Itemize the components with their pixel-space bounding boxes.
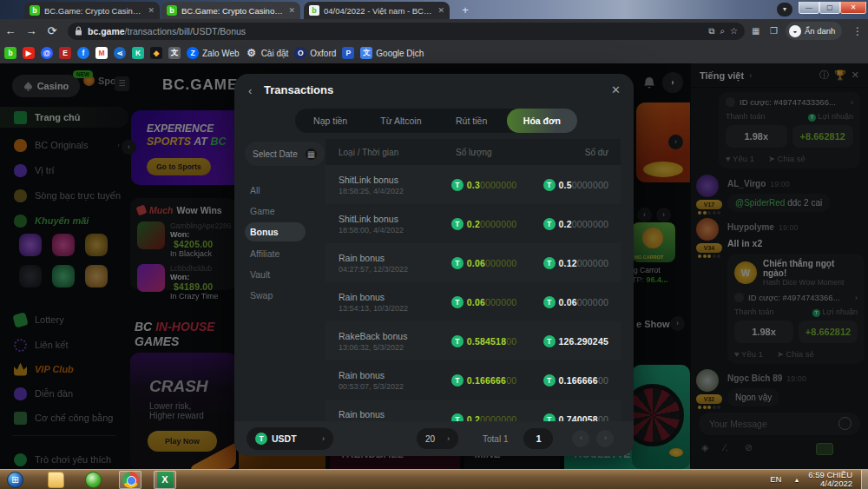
file-explorer-icon[interactable] (48, 472, 64, 488)
table-row[interactable]: Rain bonus04:27:57, 12/3/2022 T0.0600000… (326, 243, 621, 282)
bookmark-zalo-icon[interactable]: Z (187, 47, 199, 59)
carousel-next-icon[interactable]: › (668, 135, 683, 149)
taskbar-clock[interactable]: 6:59 CHIỀU 4/4/2022 (808, 471, 852, 488)
wow-win-entry[interactable]: Lcbbdhcldub Won: $4189.00 In Crazy Time (137, 264, 229, 301)
tray-expand-icon[interactable]: ▲ (793, 477, 799, 483)
bookmark-translate-page-icon[interactable]: 文 (168, 47, 181, 59)
bookmark-share-icon[interactable]: ⋖ (114, 47, 126, 59)
like-button[interactable]: ♥ Yêu 1 (734, 349, 763, 359)
filter-affiliate[interactable]: Affiliate (245, 244, 306, 263)
close-window-button[interactable]: ✕ (840, 2, 866, 14)
game-ticket-icon[interactable] (52, 265, 75, 287)
chat-username[interactable]: Ngọc Bích 89 (727, 373, 782, 383)
filter-vault[interactable]: Vault (245, 265, 306, 284)
mention-text[interactable]: @SpiderRed (735, 198, 785, 208)
sidebar-item-affiliate[interactable]: Liên kết (0, 334, 128, 355)
chat-username[interactable]: Huypolyme (727, 222, 774, 232)
currency-selector[interactable]: TUSDT › (247, 427, 333, 450)
table-row[interactable]: Rain bonus00:53:07, 5/3/2022 T0.16666600… (326, 360, 621, 400)
prev-page-icon[interactable]: ‹ (572, 430, 589, 447)
trophy-icon[interactable]: 🏆 (834, 69, 846, 81)
chat-info-icon[interactable]: ⓘ (819, 69, 829, 82)
translate-icon[interactable]: ⧉ (708, 26, 714, 36)
bookmark-kucoin-icon[interactable]: K (132, 47, 144, 59)
chat-rules-icon[interactable]: ∕. (724, 442, 728, 453)
table-row[interactable]: RakeBack bonus13:06:32, 5/3/2022 T0.5845… (326, 321, 621, 360)
avatar[interactable] (696, 175, 719, 197)
site-logo[interactable]: BC.GAME (162, 76, 238, 94)
chat-toggle-icon[interactable]: ◗ (662, 72, 683, 93)
tab-deposit[interactable]: Nạp tiền (295, 109, 365, 133)
tab-bill-active[interactable]: Hóa đơn (507, 109, 577, 133)
chat-username[interactable]: AL_Virgo (727, 179, 766, 188)
game-wheel-icon[interactable] (52, 234, 75, 256)
row-prev-icon[interactable]: ‹ (637, 208, 652, 222)
sidebar-item-vip-club[interactable]: VIP Club (0, 359, 128, 380)
avatar[interactable] (696, 369, 719, 392)
gif-icon[interactable] (816, 443, 833, 455)
zoom-search-icon[interactable]: ⌕ (720, 26, 725, 36)
bookmark-e-icon[interactable]: E (59, 47, 71, 59)
chat-language-selector[interactable]: Tiếng việt (700, 70, 744, 81)
sidebar-item-fairness[interactable]: Cơ chế công bằng (0, 407, 128, 428)
bookmark-youtube-icon[interactable]: ▶ (23, 47, 35, 59)
sidebar-item-forum[interactable]: Diễn đàn (0, 383, 128, 404)
table-row[interactable]: ShitLink bonus18:58:25, 4/4/2022 T0.3000… (326, 165, 621, 204)
address-bar[interactable]: bc.game/transactions/bill/USDT/Bonus ⧉ ⌕… (68, 23, 745, 40)
modal-close-icon[interactable]: ✕ (611, 83, 621, 96)
table-row[interactable]: Rain bonus13:54:13, 10/3/2022 T0.0600000… (326, 282, 621, 321)
filter-bonus-active[interactable]: Bonus (245, 222, 306, 241)
crash-game-card[interactable]: CRASH Lower risk, Higher reward Play Now (130, 353, 236, 469)
sidebar-item-live-casino[interactable]: Sòng bạc trực tuyến (0, 185, 128, 206)
incognito-badge[interactable]: ◒ Ẩn danh (786, 22, 842, 40)
chat-win-card[interactable]: ID cược: #49747433366... › Thanh toán T … (719, 92, 860, 169)
chrome-taskbar-button[interactable] (119, 471, 141, 489)
bookmark-settings-label[interactable]: Cài đặt (261, 49, 289, 58)
sidebar-item-promotions[interactable]: Khuyến mãi (0, 210, 128, 231)
browser-tab-1[interactable]: b BC.Game: Crypto Casino Games ✕ (24, 2, 160, 19)
sidebar-item-home[interactable]: Trang chủ (0, 107, 128, 128)
excel-taskbar-button[interactable]: X (154, 471, 176, 489)
bookmark-bcgame-icon[interactable]: b (4, 47, 16, 59)
carrot-game-thumbnail[interactable]: NG CARROT (632, 222, 675, 262)
modal-back-icon[interactable]: ‹ (248, 84, 252, 97)
tab-from-altcoin[interactable]: Từ Altcoin (365, 109, 436, 133)
tab-close-icon[interactable]: ✕ (148, 6, 155, 15)
tab-close-icon[interactable]: ✕ (288, 6, 295, 15)
wow-win-entry[interactable]: GamblingApe2286 Won: $4205.00 In Blackja… (137, 221, 229, 258)
share-button[interactable]: ➤ Chia sẻ (777, 349, 814, 359)
sidebar-item-favorites[interactable]: Trò chơi yêu thích (0, 449, 128, 470)
show-desktop-button[interactable] (861, 470, 868, 489)
sidebar-collapse-icon[interactable]: ☰ (115, 76, 129, 91)
browser-tab-2-active[interactable]: b BC.Game: Crypto Casino Games ✕ (161, 2, 300, 19)
game-chest-icon[interactable] (19, 265, 42, 287)
table-row[interactable]: ShitLink bonus18:58:00, 4/4/2022 T0.2000… (326, 204, 621, 243)
share-button[interactable]: ➤ Chia sẻ (768, 154, 806, 163)
maximize-button[interactable]: ▢ (819, 2, 840, 14)
language-indicator[interactable]: EN (770, 475, 781, 484)
chrome-menu-icon[interactable]: ⋮ (852, 25, 863, 37)
bookmark-star-icon[interactable]: ☆ (730, 26, 738, 36)
like-button[interactable]: ♥ Yêu 1 (726, 154, 754, 163)
next-page-icon[interactable]: › (596, 430, 614, 447)
tab-search-icon[interactable]: ▾ (777, 3, 792, 17)
reload-icon[interactable]: ⟳ (42, 24, 62, 37)
bookmark-binance-icon[interactable]: ◆ (150, 47, 162, 59)
tab-close-icon[interactable]: ✕ (437, 6, 444, 15)
tab-withdraw[interactable]: Rút tiền (437, 109, 507, 133)
row-next-icon[interactable]: › (656, 208, 671, 222)
notification-bell-icon[interactable] (643, 76, 655, 89)
browser-tab-3[interactable]: b 04/04/2022 - Việt nam - BC.Gam ✕ (304, 2, 450, 19)
game-claw-icon[interactable] (85, 234, 108, 256)
new-tab-button[interactable]: + (458, 3, 472, 17)
bookmark-facebook-icon[interactable]: f (77, 47, 89, 59)
nav-casino-toggle[interactable]: Casino (12, 75, 80, 97)
roulette-side-card[interactable] (632, 365, 690, 469)
bookmark-oxford-icon[interactable]: O (294, 47, 306, 59)
chat-win-card[interactable]: W Chiến thắng ngọt ngào! Hash Dice Wow M… (727, 254, 865, 364)
bookmark-google-translate-label[interactable]: Google Dịch (376, 49, 424, 58)
sidebar-item-slots[interactable]: Vị trí (0, 160, 128, 181)
back-icon[interactable]: ← (0, 24, 21, 37)
coccoc-browser-icon[interactable] (85, 472, 102, 488)
current-page-pill[interactable]: 1 (523, 428, 553, 449)
